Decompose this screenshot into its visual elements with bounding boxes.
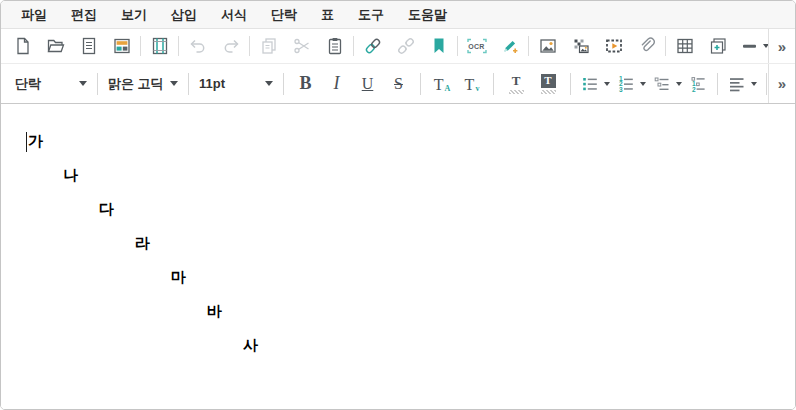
- page-frame-button[interactable]: [143, 32, 176, 60]
- ai-pen-icon: [500, 36, 520, 56]
- bullet-list-button[interactable]: [577, 69, 613, 99]
- editor-line[interactable]: 마: [171, 260, 775, 294]
- menu-help[interactable]: 도움말: [396, 1, 459, 28]
- text-cursor: [26, 132, 27, 152]
- table-icon: [675, 36, 695, 56]
- menu-edit[interactable]: 편집: [59, 1, 109, 28]
- editor-line[interactable]: 바: [207, 294, 775, 328]
- bookmark-button[interactable]: [422, 32, 455, 60]
- toolbar-overflow-button[interactable]: »: [768, 64, 795, 103]
- editor-line-text: 사: [243, 336, 258, 353]
- chevron-down-icon: [640, 82, 646, 86]
- highlight-color-button[interactable]: T: [532, 69, 564, 99]
- menu-paragraph[interactable]: 단락: [259, 1, 309, 28]
- toolbar-separator: [420, 73, 421, 95]
- ai-edit-button[interactable]: [493, 32, 526, 60]
- toolbar-separator: [353, 36, 354, 56]
- menu-tools[interactable]: 도구: [346, 1, 396, 28]
- editor-content[interactable]: 가나다라마바사: [1, 104, 795, 409]
- editor-line-text: 바: [207, 302, 222, 319]
- editor-line[interactable]: 라: [135, 226, 775, 260]
- bullet-list-icon: [580, 74, 600, 94]
- alignment-button[interactable]: [724, 69, 760, 99]
- copy-icon: [259, 36, 279, 56]
- menu-table[interactable]: 표: [309, 1, 346, 28]
- chevron-down-icon: [170, 81, 178, 86]
- editor-line-text: 마: [171, 268, 186, 285]
- font-family-select[interactable]: 맑은 고딕: [104, 71, 182, 97]
- primary-toolbar: OCR: [1, 29, 795, 64]
- text-color-swatch: [509, 90, 524, 94]
- menu-format[interactable]: 서식: [209, 1, 259, 28]
- ocr-button[interactable]: OCR: [460, 32, 493, 60]
- paste-button[interactable]: [318, 32, 351, 60]
- toolbar-separator: [528, 36, 529, 56]
- underline-button[interactable]: U: [352, 69, 383, 99]
- font-family-value: 맑은 고딕: [108, 75, 164, 93]
- paragraph-style-select[interactable]: 단락: [11, 71, 91, 97]
- menu-insert[interactable]: 삽입: [159, 1, 209, 28]
- toolbar-separator: [717, 73, 718, 95]
- toolbar-separator: [665, 36, 666, 56]
- toolbar-separator: [140, 36, 141, 56]
- svg-text:2: 2: [692, 85, 696, 92]
- editor-line[interactable]: 나: [63, 158, 775, 192]
- paste-icon: [325, 36, 345, 56]
- numbered-list-icon: 123: [616, 74, 636, 94]
- paragraph-style-value: 단락: [15, 75, 41, 93]
- new-document-button[interactable]: [6, 32, 39, 60]
- chevron-down-icon: [79, 81, 87, 86]
- insert-video-button[interactable]: [597, 32, 630, 60]
- print-document-button[interactable]: [72, 32, 105, 60]
- open-folder-button[interactable]: [39, 32, 72, 60]
- strikethrough-button[interactable]: S: [383, 69, 414, 99]
- toolbar-separator: [493, 73, 494, 95]
- editor-line-text: 다: [99, 200, 114, 217]
- toolbar-separator: [97, 73, 98, 95]
- editor-line[interactable]: 사: [243, 328, 775, 362]
- attach-file-button[interactable]: [630, 32, 663, 60]
- menu-bar: 파일 편집 보기 삽입 서식 단락 표 도구 도움말: [1, 1, 795, 29]
- new-document-icon: [13, 36, 33, 56]
- numbered-list-button[interactable]: 123: [613, 69, 649, 99]
- multilevel-list-button[interactable]: [649, 69, 685, 99]
- outline-numbering-button[interactable]: 12: [685, 69, 711, 99]
- toolbar-separator: [188, 73, 189, 95]
- open-folder-icon: [46, 36, 66, 56]
- highlight-color-icon: T: [541, 74, 556, 88]
- redo-icon: [221, 36, 241, 56]
- cut-button[interactable]: [285, 32, 318, 60]
- remove-link-button[interactable]: [389, 32, 422, 60]
- multilevel-list-icon: [652, 74, 672, 94]
- toolbar-separator: [570, 73, 571, 95]
- italic-button[interactable]: I: [321, 69, 352, 99]
- font-size-up-icon: T: [434, 77, 444, 93]
- font-size-up-button[interactable]: T A: [427, 69, 457, 99]
- toolbar-overflow-button[interactable]: »: [768, 29, 795, 63]
- rich-text-editor-window: 파일 편집 보기 삽입 서식 단락 표 도구 도움말: [0, 0, 796, 410]
- horizontal-line-icon: [741, 36, 759, 56]
- copy-button[interactable]: [252, 32, 285, 60]
- image-effect-icon: [571, 36, 591, 56]
- ocr-label: OCR: [465, 36, 489, 56]
- bold-button[interactable]: B: [290, 69, 321, 99]
- editor-line[interactable]: 가: [27, 124, 775, 158]
- undo-button[interactable]: [181, 32, 214, 60]
- insert-frame-button[interactable]: [701, 32, 734, 60]
- menu-view[interactable]: 보기: [109, 1, 159, 28]
- paperclip-icon: [637, 36, 657, 56]
- editor-line-text: 가: [28, 132, 43, 149]
- menu-file[interactable]: 파일: [9, 1, 59, 28]
- insert-link-button[interactable]: [356, 32, 389, 60]
- redo-button[interactable]: [214, 32, 247, 60]
- text-color-button[interactable]: T: [500, 69, 532, 99]
- outline-numbering-icon: 12: [688, 74, 708, 94]
- insert-image-button[interactable]: [531, 32, 564, 60]
- font-size-select[interactable]: 11pt: [195, 71, 277, 97]
- template-button[interactable]: [105, 32, 138, 60]
- font-size-down-button[interactable]: T v: [457, 69, 487, 99]
- editor-line[interactable]: 다: [99, 192, 775, 226]
- image-icon: [538, 36, 558, 56]
- insert-table-button[interactable]: [668, 32, 701, 60]
- image-effect-button[interactable]: [564, 32, 597, 60]
